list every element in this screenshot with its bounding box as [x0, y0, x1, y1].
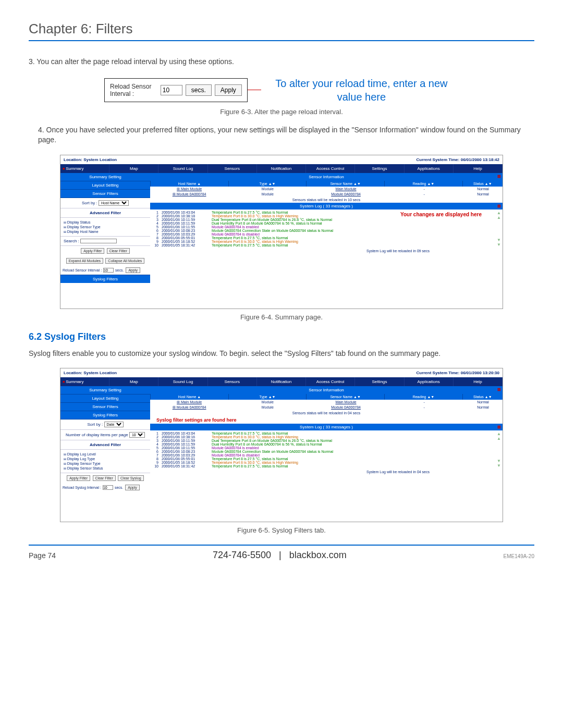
tab-sound-log[interactable]: Sound Log — [158, 164, 207, 173]
host-cell[interactable]: ⊞ Main Module — [150, 187, 228, 191]
col-host[interactable]: Host Name ▲ — [150, 394, 228, 400]
reload-apply[interactable]: Apply — [125, 485, 140, 490]
tab-map[interactable]: Map — [109, 164, 158, 173]
search-input[interactable] — [80, 239, 117, 243]
clear-syslog-button[interactable]: Clear Syslog — [118, 475, 144, 481]
tab-sensors[interactable]: Sensors — [208, 164, 257, 173]
col-status[interactable]: Status ▲▼ — [462, 394, 503, 400]
col-reading[interactable]: Reading ▲▼ — [384, 181, 462, 187]
tab-applications[interactable]: Applications — [405, 377, 454, 386]
filter-item[interactable]: Display Host Name — [64, 229, 147, 234]
log-reload-note: System Log will be reloaded in 04 secs — [150, 469, 503, 475]
filter-item[interactable]: Display Sensor Type — [64, 461, 147, 466]
col-sensor[interactable]: Sensor Name ▲▼ — [306, 181, 384, 187]
tab-sensors[interactable]: Sensors — [208, 377, 257, 386]
log-timestamp: 2000/01/05 16:18:52 — [162, 240, 209, 243]
num-items-select[interactable]: 10 — [129, 432, 145, 438]
status-cell: Normal — [463, 405, 503, 410]
log-timestamp: 2000/01/05 18:31:42 — [162, 464, 209, 468]
sensor-filters-header[interactable]: Sensor Filters — [60, 403, 150, 411]
tab-help[interactable]: Help — [454, 377, 503, 386]
host-cell[interactable]: ⊞ Main Module — [150, 400, 228, 404]
tab-sound-log[interactable]: Sound Log — [158, 377, 207, 386]
tab-settings[interactable]: Settings — [355, 377, 404, 386]
tab-applications[interactable]: Applications — [405, 164, 454, 173]
log-timestamp: 2000/01/06 10:11:59 — [162, 221, 209, 225]
tab-summary[interactable]: Summary — [60, 377, 109, 386]
reading-cell: - — [385, 400, 463, 404]
table-row: ⊞ Module 0A000784 Module Module 0A000784… — [150, 192, 503, 197]
reload-apply[interactable]: Apply — [126, 267, 140, 273]
close-icon[interactable]: ⊠ — [497, 387, 501, 392]
tab-summary[interactable]: Summary — [60, 164, 109, 173]
tab-map[interactable]: Map — [109, 377, 158, 386]
clear-filter-button[interactable]: Clear Filter — [107, 248, 130, 254]
layout-setting-header[interactable]: Layout Setting — [60, 394, 150, 403]
layout-setting-header[interactable]: Layout Setting — [60, 181, 150, 190]
close-icon[interactable]: ⊠ — [497, 204, 501, 208]
tab-access-control[interactable]: Access Control — [306, 164, 355, 173]
host-cell[interactable]: ⊞ Module 0A000784 — [150, 405, 228, 410]
sensor-columns: Host Name ▲ Type ▲▼ Sensor Name ▲▼ Readi… — [150, 394, 503, 400]
col-sensor[interactable]: Sensor Name ▲▼ — [306, 394, 384, 400]
col-host[interactable]: Host Name ▲ — [150, 181, 228, 187]
reload-label: Reload Syslog Interval : — [63, 486, 101, 489]
log-row: 2 2000/01/06 10:38:16 Temperature Port 8… — [152, 435, 500, 439]
log-num: 2 — [152, 435, 158, 439]
host-cell[interactable]: ⊞ Module 0A000784 — [150, 192, 228, 196]
location-label: Location: System Location — [64, 157, 117, 162]
page-footer: Page 74 724-746-5500 | blackbox.com EME1… — [29, 545, 534, 561]
sensor-cell[interactable]: Module 0A000784 — [307, 192, 385, 196]
close-icon[interactable]: ⊠ — [497, 425, 501, 429]
tab-notification[interactable]: Notification — [257, 164, 306, 173]
sort-select[interactable]: Date — [104, 422, 124, 427]
col-status[interactable]: Status ▲▼ — [462, 181, 503, 187]
reload-input[interactable] — [103, 268, 114, 273]
sensor-filters-header[interactable]: Sensor Filters — [60, 190, 150, 198]
col-type[interactable]: Type ▲▼ — [228, 181, 307, 187]
col-reading[interactable]: Reading ▲▼ — [384, 394, 462, 400]
syslog-filters-tab[interactable]: Syslog Filters — [60, 275, 150, 283]
filter-item[interactable]: Display Log Level — [64, 452, 147, 456]
close-icon[interactable]: ⊠ — [497, 174, 501, 179]
scroll-up-icons[interactable]: ▲▲ — [497, 211, 501, 220]
log-row: 3 2000/01/06 10:11:59 Dual Temperature P… — [152, 439, 500, 442]
sensor-cell[interactable]: Main Module — [307, 187, 385, 191]
sort-select[interactable]: Host Name — [99, 200, 129, 206]
apply-filter-button[interactable]: Apply Filter — [67, 475, 90, 481]
syslog-header: System Log ( 33 messages ) ⊠ — [150, 203, 503, 209]
log-message: Module 0A000784 is enabled — [212, 446, 500, 450]
log-num: 4 — [152, 221, 158, 225]
clear-filter-button[interactable]: Clear Filter — [93, 475, 116, 481]
log-row: 9 2000/01/05 16:18:52 Temperature Port 8… — [152, 461, 500, 464]
secs-button[interactable]: secs. — [186, 84, 212, 96]
scroll-up-icons[interactable]: ▲▲ — [497, 431, 501, 441]
sensor-cell[interactable]: Module 0A000784 — [307, 405, 385, 410]
reading-cell: - — [385, 192, 463, 196]
tab-access-control[interactable]: Access Control — [306, 377, 355, 386]
syslog-filters-header[interactable]: Syslog Filters — [60, 411, 150, 419]
scroll-down-icons[interactable]: ▼▼ — [497, 459, 501, 468]
filter-item[interactable]: Display Log Type — [64, 456, 147, 461]
log-timestamp: 2000/01/06 10:43:04 — [162, 431, 209, 435]
reload-interval-input[interactable] — [161, 85, 182, 95]
collapse-all-button[interactable]: Collapse All Modules — [105, 258, 144, 264]
apply-filter-button[interactable]: Apply Filter — [81, 248, 104, 254]
tab-notification[interactable]: Notification — [257, 377, 306, 386]
expand-all-button[interactable]: Expand All Modules — [66, 258, 103, 264]
filter-item[interactable]: Display Sensor Type — [64, 225, 147, 229]
filter-item[interactable]: Display Status — [64, 220, 147, 225]
log-num: 5 — [152, 225, 158, 229]
sensor-info-header: Sensor Information ⊠ — [150, 386, 503, 394]
summary-setting-header[interactable]: Summary Setting — [60, 173, 150, 181]
summary-setting-header[interactable]: Summary Setting — [60, 386, 150, 394]
filter-item[interactable]: Display Sensor Status — [64, 466, 147, 471]
apply-button[interactable]: Apply — [215, 84, 242, 96]
sensor-cell[interactable]: Main Module — [307, 400, 385, 404]
tab-settings[interactable]: Settings — [355, 164, 404, 173]
reload-input[interactable] — [103, 485, 113, 490]
search-label: Search : — [64, 239, 79, 243]
tab-help[interactable]: Help — [454, 164, 503, 173]
scroll-down-icons[interactable]: ▼▼ — [497, 238, 501, 247]
col-type[interactable]: Type ▲▼ — [228, 394, 307, 400]
